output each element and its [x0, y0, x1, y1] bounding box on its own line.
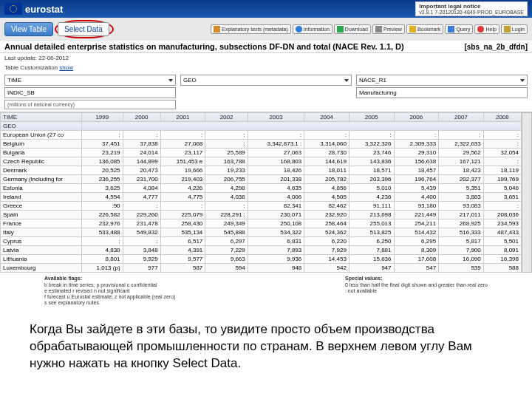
value-cell: 534,322 [248, 228, 304, 237]
value-cell: 8,309 [394, 246, 439, 255]
value-cell: 4,777 [123, 193, 160, 202]
dataset-code: [sbs_na_2b_dfdn] [464, 43, 528, 51]
vertical-scrollbar[interactable] [522, 112, 532, 273]
login-button[interactable]: Login [501, 24, 528, 34]
information-button[interactable]: Information [293, 24, 332, 34]
value-cell: 151,453 e [160, 157, 205, 166]
col-year[interactable]: 2002 [205, 113, 248, 122]
value-cell: : [82, 237, 123, 246]
legal-notice[interactable]: Important legal notice v2.8.1 7-20120120… [415, 1, 528, 16]
legend-left-hdr: Available flags: [44, 276, 175, 281]
value-cell: : [439, 131, 484, 140]
value-cell: 4,006 [248, 193, 304, 202]
col-year[interactable]: 2007 [439, 113, 484, 122]
col-year[interactable]: 2001 [160, 113, 205, 122]
value-cell: 208,036 [483, 211, 521, 219]
tab-select-data[interactable]: Select Data [58, 22, 109, 36]
legal-title: Important legal notice [419, 3, 524, 10]
value-cell: : [205, 140, 248, 149]
col-year[interactable]: 2000 [123, 113, 160, 122]
value-cell: : [160, 202, 205, 211]
value-cell: 258,430 [160, 219, 205, 228]
value-cell: : [123, 131, 160, 140]
value-cell: 234,593 [483, 219, 521, 228]
col-year[interactable]: 2005 [349, 113, 394, 122]
brand-label: eurostat [25, 4, 63, 15]
value-cell: 516,333 [439, 228, 484, 237]
value-cell: 547 [394, 264, 439, 273]
filter-indic[interactable]: INDIC_SB [4, 87, 176, 98]
eye-icon [375, 26, 382, 33]
value-cell: : [483, 131, 521, 140]
value-cell: 9,663 [205, 255, 248, 264]
value-cell: 196,764 [394, 175, 439, 184]
value-cell: 533,488 [82, 228, 123, 237]
col-year[interactable]: 2008 [483, 113, 521, 122]
geo-cell: Estonia [1, 184, 82, 193]
value-cell: 29,562 [439, 149, 484, 157]
value-cell: 7,229 [205, 246, 248, 255]
download-button[interactable]: Download [334, 24, 371, 34]
value-cell: 32,054 [483, 149, 521, 157]
value-cell: 4,391 [160, 246, 205, 255]
col-year[interactable]: 2004 [304, 113, 349, 122]
value-cell: 206,755 [205, 175, 248, 184]
col-year[interactable]: 2006 [394, 113, 439, 122]
value-cell: 3,883 [439, 193, 484, 202]
last-update: Last update: 22-06-2012 [0, 53, 532, 63]
col-year[interactable]: 1999 [82, 113, 123, 122]
value-cell: 3,342,873.1 : [248, 140, 304, 149]
filter-geo[interactable]: GEO [180, 75, 352, 86]
value-cell: 23,746 [349, 149, 394, 157]
value-cell: 6,831 [248, 237, 304, 246]
query-button[interactable]: Query [445, 24, 473, 34]
filter-time[interactable]: TIME [4, 75, 176, 86]
table-row: Bulgaria23,21924,01423,11725,58927,06328… [1, 149, 522, 157]
value-cell: 25,589 [205, 149, 248, 157]
toolbar: Explanatory texts (metadata) Information… [211, 24, 528, 34]
help-button[interactable]: Help [474, 24, 499, 34]
corner-geo[interactable]: GEO [3, 123, 16, 129]
value-cell: 93,083 [439, 202, 484, 211]
value-cell: 231,478 [123, 219, 160, 228]
value-cell: 18,119 [483, 166, 521, 175]
preview-button[interactable]: Preview [372, 24, 405, 34]
bookmark-button[interactable]: Bookmark [406, 24, 444, 34]
value-cell: 3,322,326 [349, 140, 394, 149]
value-cell: 199,769 [483, 175, 521, 184]
geo-cell: Spain [1, 211, 82, 219]
value-cell: 514,432 [394, 228, 439, 237]
value-cell: : [483, 140, 521, 149]
table-row: Spain226,582229,260225,079228,291 :230,0… [1, 211, 522, 219]
value-cell: 37,838 [123, 140, 160, 149]
geo-cell: Germany (including for [1, 175, 82, 184]
explanatory-button[interactable]: Explanatory texts (metadata) [211, 24, 291, 34]
select-data-highlight: Select Data [55, 20, 114, 38]
tab-view-table[interactable]: View Table [4, 22, 53, 36]
col-year[interactable]: 2003 [248, 113, 304, 122]
value-cell: : [123, 237, 160, 246]
value-cell: 524,362 [304, 228, 349, 237]
geo-cell: Belgium [1, 140, 82, 149]
value-cell: 4,775 [160, 193, 205, 202]
download-icon [337, 26, 344, 33]
value-cell: 5,010 [349, 184, 394, 193]
customize-link[interactable]: show [59, 64, 73, 71]
value-cell: 255,013 [349, 219, 394, 228]
book-icon [214, 26, 220, 33]
value-cell: 4,635 [248, 184, 304, 193]
value-cell: 144,619 [304, 157, 349, 166]
table-row: Germany (including for236,255231,700219,… [1, 175, 522, 184]
value-cell: 4,036 [205, 193, 248, 202]
value-cell: 17,608 [394, 255, 439, 264]
value-cell: 201,338 [248, 175, 304, 184]
value-cell: 219,403 [160, 175, 205, 184]
value-cell: 6,517 [160, 237, 205, 246]
value-cell: 226,582 [82, 211, 123, 219]
filter-nace[interactable]: NACE_R1 [356, 75, 528, 86]
value-cell: : [82, 131, 123, 140]
value-cell: 535,134 [160, 228, 205, 237]
value-cell: : [205, 131, 248, 140]
corner-time[interactable]: TIME [3, 114, 17, 120]
value-cell: 167,121 [439, 157, 484, 166]
